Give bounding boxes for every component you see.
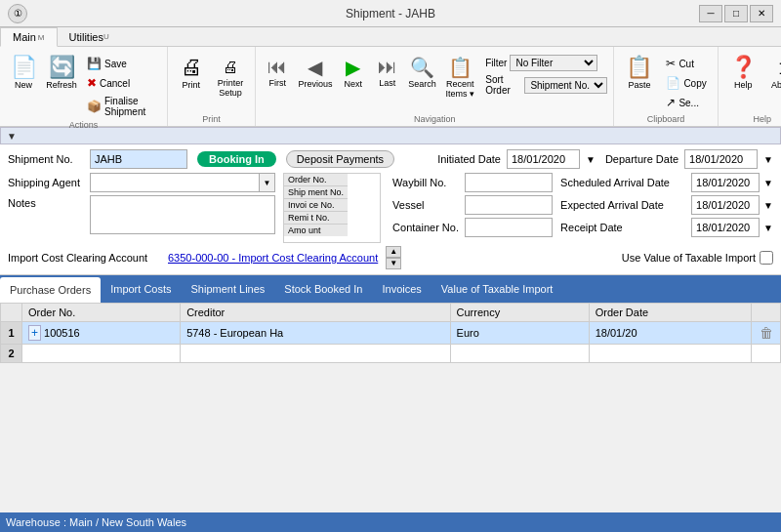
vessel-input[interactable] bbox=[465, 195, 553, 215]
last-label: Last bbox=[379, 78, 395, 88]
use-taxable-label: Use Value of Taxable Import bbox=[622, 252, 756, 264]
copy-button[interactable]: 📄 Copy bbox=[661, 74, 711, 92]
save-button[interactable]: 💾 Save bbox=[82, 55, 161, 72]
recent-items-button[interactable]: 📋 RecentItems ▾ bbox=[441, 53, 478, 102]
tab-value-of-taxable-import[interactable]: Value of Taxable Import bbox=[432, 275, 563, 303]
first-button[interactable]: ⏮ First bbox=[262, 53, 293, 91]
filter-select[interactable]: No Filter bbox=[510, 55, 597, 71]
deposit-payments-tab[interactable]: Deposit Payments bbox=[286, 150, 394, 168]
notes-textarea[interactable] bbox=[90, 195, 275, 234]
shipping-agent-label: Shipping Agent bbox=[8, 177, 86, 188]
departure-date-label: Departure Date bbox=[605, 153, 678, 165]
table-area: Order No. Creditor Currency Order Date 1 bbox=[0, 303, 781, 363]
col-order-no: Order No. bbox=[22, 304, 181, 322]
collapse-icon[interactable]: ▼ bbox=[7, 131, 17, 142]
save-label: Save bbox=[104, 59, 127, 69]
share-button[interactable]: ↗ Se... bbox=[661, 94, 711, 111]
filter-label: Filter bbox=[485, 58, 507, 68]
previous-label: Previous bbox=[298, 79, 332, 89]
row-1-delete[interactable]: 🗑 bbox=[752, 322, 781, 345]
row-2-order-date bbox=[589, 345, 751, 363]
copy-icon: 📄 bbox=[666, 76, 680, 90]
expected-arrival-dropdown[interactable]: ▼ bbox=[763, 200, 773, 211]
print-label: Print bbox=[183, 80, 201, 90]
departure-date-input[interactable] bbox=[684, 149, 758, 169]
paste-label: Paste bbox=[628, 80, 650, 90]
container-input[interactable] bbox=[465, 218, 553, 237]
status-bar: Warehouse : Main / New South Wales bbox=[0, 512, 781, 532]
cancel-button[interactable]: ✖ Cancel bbox=[82, 74, 161, 92]
row-1-add-icon[interactable]: + bbox=[28, 325, 41, 341]
help-group: ❓ Help ℹ About Help bbox=[719, 47, 781, 126]
share-icon: ↗ bbox=[666, 96, 676, 109]
sort-order-select[interactable]: Shipment No. bbox=[524, 77, 607, 94]
navigation-group-label: Navigation bbox=[262, 113, 607, 124]
new-label: New bbox=[15, 80, 32, 90]
tab-main[interactable]: Main M bbox=[0, 27, 58, 47]
table-row[interactable]: 2 bbox=[1, 345, 781, 363]
printer-setup-button[interactable]: 🖨 Printer Setup bbox=[212, 55, 250, 102]
sort-order-label: Sort Order bbox=[485, 74, 521, 96]
recent-items-icon: 📋 bbox=[448, 56, 473, 79]
cut-icon: ✂ bbox=[666, 57, 676, 70]
search-icon: 🔍 bbox=[410, 56, 434, 79]
previous-button[interactable]: ◀ Previous bbox=[296, 53, 334, 92]
tab-shipment-lines[interactable]: Shipment Lines bbox=[182, 275, 275, 303]
clipboard-group-label: Clipboard bbox=[620, 113, 711, 124]
search-button[interactable]: 🔍 Search bbox=[406, 53, 439, 92]
import-cost-link[interactable]: 6350-000-00 - Import Cost Clearing Accou… bbox=[168, 252, 378, 264]
finalise-button[interactable]: 📦 Finalise Shipment bbox=[82, 94, 161, 119]
next-icon: ▶ bbox=[346, 56, 360, 79]
cut-button[interactable]: ✂ Cut bbox=[661, 55, 711, 72]
last-icon: ⏭ bbox=[378, 56, 397, 78]
paste-button[interactable]: 📋 Paste bbox=[620, 53, 658, 94]
waybill-input[interactable] bbox=[465, 173, 553, 192]
refresh-icon: 🔄 bbox=[49, 57, 75, 78]
scheduled-arrival-dropdown[interactable]: ▼ bbox=[763, 178, 773, 188]
window-title: Shipment - JAHB bbox=[346, 7, 435, 20]
close-button[interactable]: ✕ bbox=[750, 5, 773, 22]
new-button[interactable]: 📄 New bbox=[6, 53, 41, 94]
print-icon: 🖨 bbox=[181, 57, 202, 78]
col-actions bbox=[752, 304, 781, 322]
receipt-date-label: Receipt Date bbox=[560, 222, 687, 233]
scheduled-arrival-input[interactable] bbox=[691, 173, 760, 192]
delete-icon[interactable]: 🗑 bbox=[760, 325, 773, 341]
about-button[interactable]: ℹ About bbox=[765, 53, 781, 94]
tab-utilities[interactable]: Utilities U bbox=[58, 27, 121, 46]
shipment-no-input[interactable] bbox=[90, 149, 187, 169]
filter-row: Filter No Filter bbox=[485, 55, 607, 71]
tab-stock-booked-in[interactable]: Stock Booked In bbox=[274, 275, 372, 303]
row-1-order-date: 18/01/20 bbox=[589, 322, 751, 345]
departure-date-dropdown[interactable]: ▼ bbox=[763, 154, 773, 165]
next-button[interactable]: ▶ Next bbox=[338, 53, 369, 92]
purchase-orders-table: Order No. Creditor Currency Order Date 1 bbox=[0, 303, 781, 363]
minimize-button[interactable]: ─ bbox=[699, 5, 722, 22]
shipping-agent-input[interactable] bbox=[91, 174, 259, 191]
help-label: Help bbox=[734, 80, 753, 90]
refresh-button[interactable]: 🔄 Refresh bbox=[44, 53, 79, 94]
import-cost-scroll-down[interactable]: ▼ bbox=[386, 258, 401, 269]
initiated-date-label: Initiated Date bbox=[437, 153, 501, 165]
tab-invoices[interactable]: Invoices bbox=[372, 275, 431, 303]
last-button[interactable]: ⏭ Last bbox=[372, 53, 403, 91]
initiated-date-input[interactable] bbox=[507, 149, 580, 169]
import-cost-scroll-up[interactable]: ▲ bbox=[386, 246, 401, 258]
table-row[interactable]: 1 + 100516 5748 - European Ha Euro 18/01… bbox=[1, 322, 781, 345]
tab-import-costs[interactable]: Import Costs bbox=[101, 275, 181, 303]
tabs-bar: Purchase Orders Import Costs Shipment Li… bbox=[0, 275, 781, 303]
help-button[interactable]: ❓ Help bbox=[724, 53, 762, 94]
cut-label: Cut bbox=[678, 59, 694, 69]
new-icon: 📄 bbox=[11, 57, 37, 78]
share-label: Se... bbox=[678, 98, 699, 108]
maximize-button[interactable]: □ bbox=[724, 5, 748, 22]
receipt-date-dropdown[interactable]: ▼ bbox=[763, 223, 773, 233]
print-button[interactable]: 🖨 Print bbox=[174, 53, 209, 94]
tab-purchase-orders[interactable]: Purchase Orders bbox=[0, 277, 101, 303]
print-group: 🖨 Print 🖨 Printer Setup Print bbox=[168, 47, 257, 126]
initiated-date-dropdown[interactable]: ▼ bbox=[586, 154, 596, 165]
receipt-date-input[interactable] bbox=[691, 218, 760, 237]
shipping-agent-dropdown[interactable]: ▼ bbox=[259, 174, 274, 191]
expected-arrival-input[interactable] bbox=[691, 195, 760, 215]
use-taxable-checkbox[interactable] bbox=[760, 251, 773, 265]
